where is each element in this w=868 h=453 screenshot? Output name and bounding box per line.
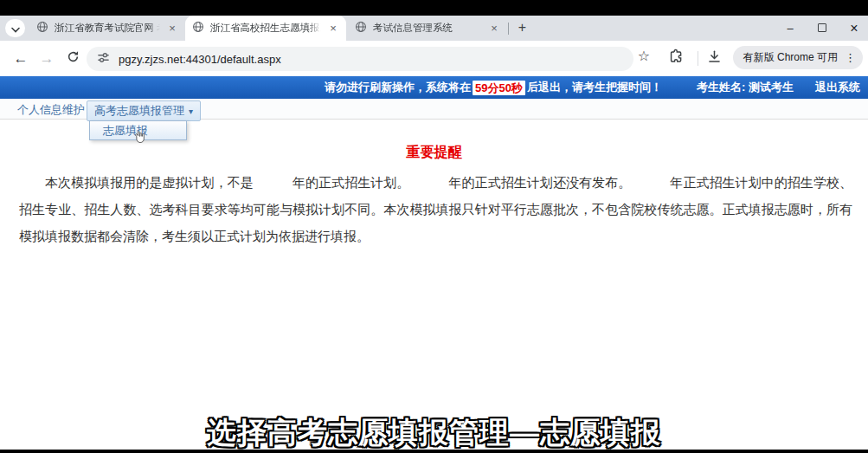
reminder-paragraph: 本次模拟填报用的是虚拟计划，不是 年的正式招生计划。 年的正式招生计划还没有发布… [19,169,852,249]
toolbar-right-group: ☆ 有新版 Chrome 可用 ⋮ [0,48,868,70]
tab-strip: 浙江省教育考试院官网 考生办 × 浙江省高校招生志愿填报系统 × 考试信息管理系… [0,16,868,41]
logout-link[interactable]: 退出系统 [815,80,860,95]
tab-title: 浙江省高校招生志愿填报系统 [210,22,321,35]
menu-label: 高考志愿填报管理 [94,103,184,119]
globe-favicon-icon [36,21,48,36]
countdown-timer: 59分50秒 [473,81,525,95]
tab-search-button[interactable] [5,19,25,37]
message-prefix: 请勿进行刷新操作，系统将在 [325,80,471,95]
maximize-icon [818,23,826,32]
hand-cursor-icon [133,130,146,145]
browser-toolbar: ← → pgzy.zjzs.net:44301/default.aspx ☆ [0,41,868,76]
browser-menu-icon[interactable]: ⋮ [845,51,856,64]
download-icon[interactable] [706,49,723,68]
bookmark-star-icon[interactable]: ☆ [638,48,650,64]
message-suffix: 后退出，请考生把握时间！ [527,80,662,95]
globe-favicon-icon [192,21,204,36]
tab-separator [508,23,509,35]
menu-volunteer-management[interactable]: 高考志愿填报管理 ▾ [87,100,201,121]
menu-label: 个人信息维护 [17,102,85,118]
chevron-down-icon [11,21,20,36]
new-tab-button[interactable]: + [512,18,532,38]
tab-exam-office-site[interactable]: 浙江省教育考试院官网 考生办 × [29,16,185,41]
dropdown-item-volunteer-filling[interactable]: 志愿填报 [90,121,186,139]
candidate-name-label: 考生姓名: 测试考生 [697,80,794,95]
tab-close-icon[interactable]: × [327,23,339,35]
tab-volunteer-system-active[interactable]: 浙江省高校招生志愿填报系统 × [185,16,346,41]
toolbar-separator [698,51,698,66]
tab-title: 考试信息管理系统 [373,22,482,35]
window-close-button[interactable]: × [847,21,861,36]
window-controls: – × [783,16,861,41]
window-maximize-button[interactable] [815,22,829,35]
volunteer-management-dropdown: 志愿填报 [89,120,187,140]
browser-window: 浙江省教育考试院官网 考生办 × 浙江省高校招生志愿填报系统 × 考试信息管理系… [0,16,868,450]
extensions-icon[interactable] [668,49,685,68]
chrome-update-button[interactable]: 有新版 Chrome 可用 ⋮ [733,46,863,69]
menu-bar: 个人信息维护 ▾ 高考志愿填报管理 ▾ [0,99,868,120]
caret-down-icon: ▾ [189,107,193,116]
globe-favicon-icon [355,21,367,36]
tab-exam-info-system[interactable]: 考试信息管理系统 × [348,16,507,41]
tab-title: 浙江省教育考试院官网 考生办 [55,22,160,35]
window-minimize-button[interactable]: – [783,22,797,35]
video-frame: 浙江省教育考试院官网 考生办 × 浙江省高校招生志愿填报系统 × 考试信息管理系… [0,0,868,453]
tab-close-icon[interactable]: × [488,23,500,35]
video-subtitle: 选择高考志愿填报管理—志愿填报 [0,413,868,453]
important-reminder-title: 重要提醒 [0,144,868,162]
session-timeout-message: 请勿进行刷新操作，系统将在 59分50秒 后退出，请考生把握时间！ [325,80,662,95]
system-notice-bar: 请勿进行刷新操作，系统将在 59分50秒 后退出，请考生把握时间！ 考生姓名: … [0,76,868,99]
chrome-update-label: 有新版 Chrome 可用 [743,50,838,65]
tab-close-icon[interactable]: × [166,23,178,35]
